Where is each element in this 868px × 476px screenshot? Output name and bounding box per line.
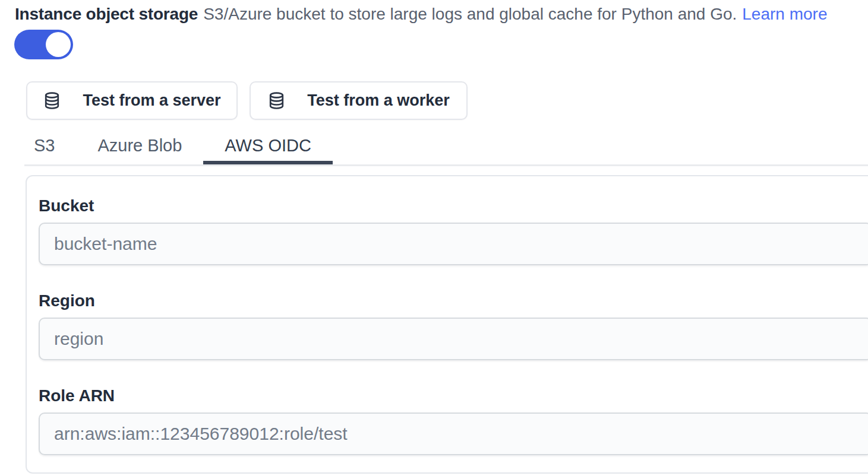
toggle-knob bbox=[46, 32, 71, 57]
region-label: Region bbox=[39, 293, 868, 309]
test-buttons-row: Test from a server Test from a worker bbox=[26, 81, 468, 120]
tabs-divider bbox=[24, 164, 868, 166]
test-from-worker-label: Test from a worker bbox=[307, 91, 450, 110]
page-header: Instance object storageS3/Azure bucket t… bbox=[15, 4, 864, 25]
database-icon bbox=[267, 91, 286, 110]
tab-s3[interactable]: S3 bbox=[12, 131, 76, 164]
storage-provider-tabs: S3 Azure Blob AWS OIDC bbox=[12, 131, 333, 164]
database-icon bbox=[43, 91, 61, 110]
learn-more-link[interactable]: Learn more bbox=[742, 5, 827, 23]
test-from-server-label: Test from a server bbox=[83, 91, 220, 110]
object-storage-toggle[interactable] bbox=[14, 30, 73, 59]
tab-azure-blob[interactable]: Azure Blob bbox=[76, 131, 203, 164]
region-input[interactable] bbox=[39, 318, 868, 360]
bucket-field-group: Bucket bbox=[39, 198, 868, 265]
bucket-input[interactable] bbox=[39, 223, 868, 265]
tab-aws-oidc[interactable]: AWS OIDC bbox=[203, 131, 333, 164]
object-storage-settings-page: Instance object storageS3/Azure bucket t… bbox=[0, 0, 868, 476]
role-arn-field-group: Role ARN bbox=[39, 388, 868, 455]
test-from-server-button[interactable]: Test from a server bbox=[26, 81, 238, 120]
page-title: Instance object storage bbox=[15, 5, 198, 23]
test-from-worker-button[interactable]: Test from a worker bbox=[250, 81, 468, 120]
role-arn-label: Role ARN bbox=[39, 388, 868, 404]
aws-oidc-settings-panel: Bucket Region Role ARN bbox=[26, 175, 868, 474]
bucket-label: Bucket bbox=[39, 198, 868, 214]
region-field-group: Region bbox=[39, 293, 868, 360]
role-arn-input[interactable] bbox=[39, 412, 868, 455]
page-description: S3/Azure bucket to store large logs and … bbox=[203, 5, 737, 23]
